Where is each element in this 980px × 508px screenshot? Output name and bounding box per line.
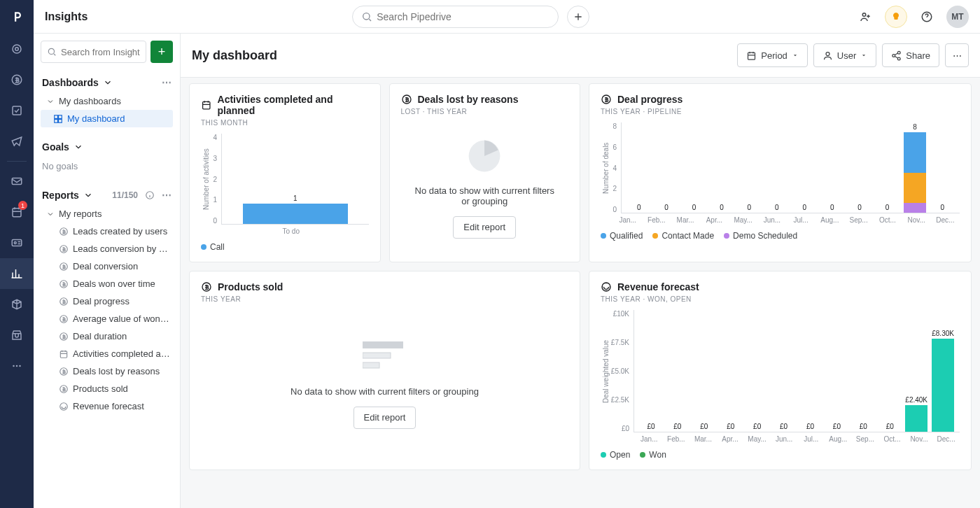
nav-marketplace[interactable]: [0, 320, 34, 351]
bar-group: 0: [819, 204, 845, 213]
bar-group: £0: [745, 423, 770, 432]
svg-rect-16: [59, 115, 62, 118]
edit-report-button[interactable]: Edit report: [354, 407, 416, 429]
add-report-button[interactable]: +: [150, 41, 173, 63]
svg-point-0: [13, 45, 21, 53]
bar-group: 0: [736, 204, 762, 213]
reports-section-toggle[interactable]: Reports 11/150 ⋯: [41, 185, 173, 205]
report-icon: [59, 402, 69, 411]
pie-placeholder-icon: [465, 136, 504, 176]
nav-campaigns[interactable]: [0, 126, 34, 157]
info-icon[interactable]: [145, 190, 155, 200]
bar-group: 0: [846, 204, 872, 213]
nav-products[interactable]: [0, 289, 34, 320]
sidebar-report-item[interactable]: Leads conversion by so...: [41, 240, 173, 257]
help-button[interactable]: [916, 6, 938, 28]
nav-leads[interactable]: [0, 34, 34, 64]
user-filter-button[interactable]: User: [813, 43, 876, 67]
period-filter-button[interactable]: Period: [737, 43, 808, 67]
sidebar-report-item[interactable]: Deal conversion: [41, 257, 173, 275]
reports-more[interactable]: ⋯: [162, 190, 172, 201]
chart-y-ticks: £10K£7.5K£5.0K£2.5K£0: [610, 310, 634, 432]
chevron-down-icon: [74, 142, 83, 152]
dashboard-more-button[interactable]: ⋯: [945, 43, 969, 67]
nav-insights[interactable]: [0, 258, 34, 289]
bar-group: £0: [850, 423, 876, 432]
bar-value-label: 0: [941, 204, 945, 211]
card-products-sold: Products sold THIS YEAR No data to show …: [189, 271, 580, 470]
sidebar-report-item[interactable]: Deal duration: [41, 327, 173, 345]
my-reports-toggle[interactable]: My reports: [41, 205, 173, 223]
report-label: Activities completed an...: [73, 348, 170, 359]
dashboard-content: My dashboard Period User Share: [181, 34, 980, 508]
chevron-down-icon: [46, 97, 55, 106]
nav-mail[interactable]: [0, 166, 34, 197]
share-button[interactable]: Share: [882, 43, 939, 67]
report-icon: [59, 279, 69, 289]
invite-user-button[interactable]: [854, 6, 876, 28]
search-icon: [361, 11, 372, 22]
sidebar-report-item[interactable]: Revenue forecast: [41, 397, 173, 415]
global-search[interactable]: [352, 6, 559, 28]
sidebar-report-item[interactable]: Products sold: [41, 380, 173, 397]
currency-icon: [401, 94, 412, 105]
nav-deals[interactable]: [0, 64, 34, 95]
bar-group: 0: [930, 204, 955, 213]
chart-legend: OpenWon: [601, 450, 960, 460]
bar-group: £0: [771, 423, 797, 432]
global-search-input[interactable]: [377, 11, 550, 22]
card-subtitle: THIS MONTH: [201, 119, 369, 127]
sidebar-report-item[interactable]: Deal progress: [41, 292, 173, 310]
svg-rect-27: [60, 351, 66, 357]
nav-contacts[interactable]: [0, 227, 34, 258]
card-subtitle: THIS YEAR · PIPELINE: [601, 108, 960, 115]
svg-point-9: [16, 365, 18, 367]
card-deals-lost: Deals lost by reasons LOST · THIS YEAR N…: [389, 83, 581, 262]
svg-point-12: [862, 13, 866, 16]
user-avatar[interactable]: MT: [946, 6, 969, 28]
pipedrive-logo[interactable]: [0, 0, 34, 34]
edit-report-button[interactable]: Edit report: [453, 216, 516, 239]
insights-search-input[interactable]: [61, 47, 140, 57]
insights-search[interactable]: [41, 41, 146, 63]
bar-value-label: 0: [748, 204, 752, 211]
calendar-icon: [746, 50, 757, 61]
svg-point-34: [892, 54, 895, 57]
sidebar-report-item[interactable]: Average value of won d...: [41, 310, 173, 327]
bar-value-label: 0: [692, 204, 696, 211]
report-icon: [59, 262, 69, 271]
svg-rect-36: [203, 101, 210, 108]
page-title: Insights: [45, 10, 88, 23]
chart-y-ticks: 86420: [610, 122, 621, 213]
bar-group: 0: [626, 204, 652, 213]
nav-more[interactable]: [0, 351, 34, 381]
report-icon: [59, 349, 69, 359]
bar-value-label: £0: [780, 423, 788, 430]
svg-point-44: [602, 283, 610, 291]
sales-assistant-button[interactable]: [885, 6, 907, 28]
bar-group: 0: [792, 204, 818, 213]
sidebar-report-item[interactable]: Deals won over time: [41, 275, 173, 292]
dashboards-section-toggle[interactable]: Dashboards ⋯: [41, 73, 173, 92]
sidebar-report-item[interactable]: Deals lost by reasons: [41, 362, 173, 380]
nav-activities[interactable]: 1: [0, 197, 34, 227]
my-dashboards-toggle[interactable]: My dashboards: [41, 92, 173, 110]
nav-projects[interactable]: [0, 95, 34, 126]
report-label: Deal progress: [73, 296, 130, 306]
card-title: Activities completed and planned: [218, 94, 369, 116]
sidebar-report-item[interactable]: Leads created by users: [41, 223, 173, 240]
svg-point-32: [826, 52, 830, 55]
goals-section-toggle[interactable]: Goals: [41, 137, 173, 157]
sidebar-report-item[interactable]: Activities completed an...: [41, 345, 173, 362]
currency-icon: [201, 281, 212, 292]
sidebar-item-my-dashboard[interactable]: My dashboard: [41, 110, 173, 127]
bar-value-label: £0: [886, 423, 894, 430]
dashboards-more[interactable]: ⋯: [162, 77, 172, 88]
svg-point-14: [48, 48, 54, 54]
bar-group: 0: [681, 204, 707, 213]
quick-add-button[interactable]: [567, 6, 589, 28]
bar-value-label: £0: [727, 423, 734, 430]
report-icon: [59, 332, 69, 341]
bar-value-label: 0: [830, 204, 834, 211]
empty-state-text: No data to show with current filters or …: [414, 185, 556, 206]
